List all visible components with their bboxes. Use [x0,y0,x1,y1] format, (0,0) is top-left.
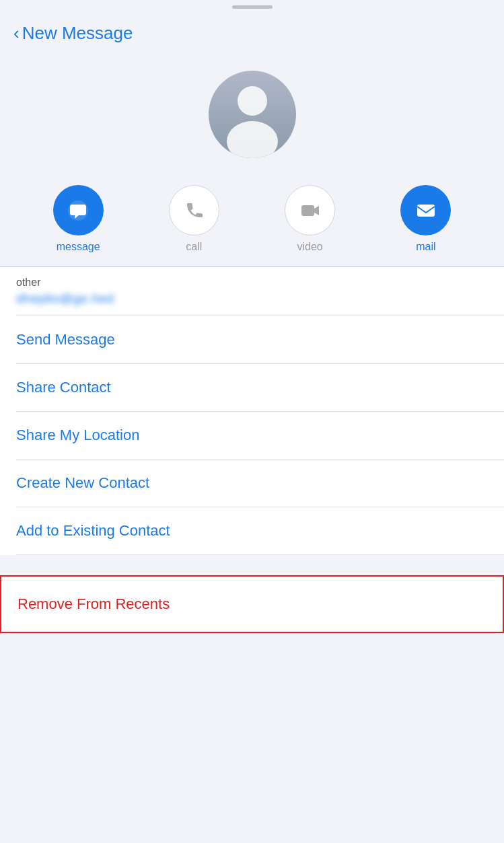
avatar [209,71,296,158]
share-location-button[interactable]: Share My Location [0,412,504,459]
message-icon [66,198,90,223]
call-label: call [186,241,202,253]
video-icon [299,199,322,222]
status-bar [0,0,504,13]
call-icon [183,200,205,221]
back-button[interactable]: ‹ New Message [13,23,133,44]
action-message[interactable]: message [53,185,104,253]
nav-bar: ‹ New Message [0,13,504,50]
send-message-button[interactable]: Send Message [0,316,504,363]
share-contact-button[interactable]: Share Contact [0,364,504,411]
message-label: message [57,241,100,253]
remove-section: Remove From Recents [0,575,504,633]
action-mail[interactable]: mail [400,185,451,253]
remove-from-recents-button[interactable]: Remove From Recents [1,577,503,632]
video-label: video [297,241,323,253]
add-existing-contact-button[interactable]: Add to Existing Contact [0,507,504,554]
video-circle [285,185,335,235]
call-circle [169,185,219,235]
actions-row: message call video mail [0,172,504,266]
avatar-silhouette [209,71,296,158]
svg-rect-3 [301,205,314,216]
avatar-section [0,50,504,172]
back-chevron-icon: ‹ [13,24,20,42]
mail-circle [400,185,451,235]
separator-5 [16,554,504,555]
status-bar-indicator [232,5,273,9]
action-call[interactable]: call [169,185,219,253]
email-section: other dhejdio@ge.hed Send Message Share … [0,267,504,555]
svg-rect-4 [417,205,435,217]
email-display: other dhejdio@ge.hed [0,267,504,316]
action-video[interactable]: video [285,185,335,253]
create-new-contact-button[interactable]: Create New Contact [0,460,504,507]
mail-icon [414,198,438,223]
mail-label: mail [416,241,435,253]
svg-point-0 [238,86,267,116]
email-type-label: other [16,277,488,289]
message-circle [53,185,104,235]
svg-point-1 [227,121,278,158]
email-value: dhejdio@ge.hed [16,291,488,306]
back-label: New Message [22,23,133,44]
